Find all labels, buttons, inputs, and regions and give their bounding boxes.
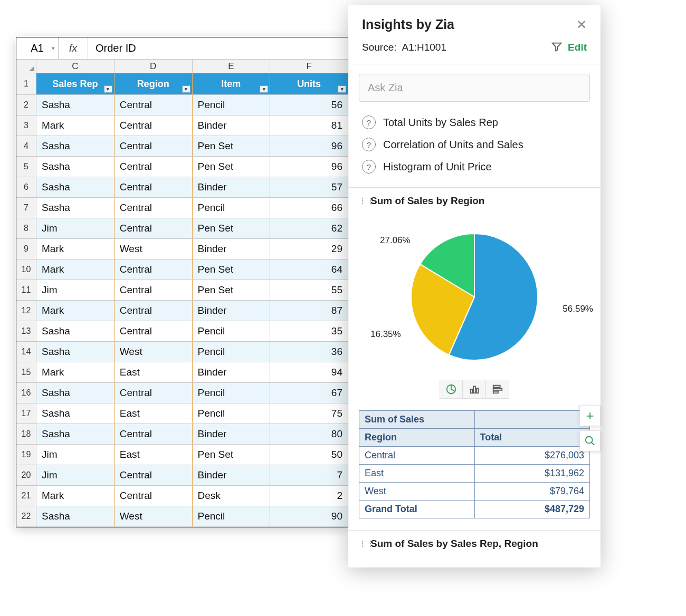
row-header[interactable]: 5: [16, 157, 36, 177]
header-region[interactable]: Region ▾: [115, 73, 193, 94]
drag-handle-icon[interactable]: ⋮⋮: [359, 197, 365, 205]
cell-region[interactable]: Central: [115, 486, 193, 506]
cell-region[interactable]: Central: [115, 301, 193, 321]
cell-units[interactable]: 62: [270, 218, 348, 238]
suggestion-item[interactable]: ? Total Units by Sales Rep: [362, 111, 587, 133]
cell-region[interactable]: Central: [115, 465, 193, 485]
cell-region[interactable]: West: [115, 342, 193, 362]
cell-region[interactable]: Central: [115, 177, 193, 197]
cell-region[interactable]: East: [115, 445, 193, 465]
cell-item[interactable]: Pencil: [193, 198, 271, 218]
cell-sales-rep[interactable]: Sasha: [36, 424, 115, 444]
col-header-c[interactable]: C: [36, 60, 115, 73]
cell-item[interactable]: Binder: [193, 362, 271, 382]
cell-units[interactable]: 7: [270, 465, 348, 485]
add-button[interactable]: +: [579, 405, 601, 426]
drag-handle-icon[interactable]: ⋮⋮: [359, 540, 365, 548]
row-header[interactable]: 4: [16, 136, 36, 156]
cell-item[interactable]: Binder: [193, 465, 271, 485]
cell-sales-rep[interactable]: Sasha: [36, 321, 115, 341]
cell-item[interactable]: Pencil: [193, 95, 271, 115]
cell-region[interactable]: Central: [115, 383, 193, 403]
cell-region[interactable]: Central: [115, 280, 193, 300]
filter-dropdown-icon[interactable]: ▾: [104, 85, 112, 93]
row-header[interactable]: 1: [16, 73, 36, 94]
cell-sales-rep[interactable]: Mark: [36, 116, 115, 136]
cell-item[interactable]: Binder: [193, 239, 271, 259]
pie-chart-button[interactable]: [440, 380, 463, 399]
header-units[interactable]: Units ▾: [270, 73, 348, 94]
cell-region[interactable]: Central: [115, 116, 193, 136]
row-header[interactable]: 21: [16, 486, 36, 506]
cell-units[interactable]: 57: [270, 177, 348, 197]
cell-region[interactable]: East: [115, 403, 193, 424]
cell-region[interactable]: Central: [115, 424, 193, 444]
row-header[interactable]: 12: [16, 301, 36, 321]
cell-units[interactable]: 75: [270, 403, 348, 424]
zoom-button[interactable]: [579, 430, 601, 451]
cell-item[interactable]: Pencil: [193, 342, 271, 362]
cell-sales-rep[interactable]: Jim: [36, 465, 115, 485]
row-header[interactable]: 9: [16, 239, 36, 259]
cell-sales-rep[interactable]: Sasha: [36, 136, 115, 156]
cell-item[interactable]: Pen Set: [193, 445, 271, 465]
filter-dropdown-icon[interactable]: ▾: [182, 85, 190, 93]
cell-region[interactable]: Central: [115, 95, 193, 115]
row-header[interactable]: 2: [16, 95, 36, 115]
row-header[interactable]: 15: [16, 362, 36, 382]
cell-units[interactable]: 56: [270, 95, 348, 115]
cell-units[interactable]: 64: [270, 259, 348, 280]
cell-item[interactable]: Pen Set: [193, 218, 271, 238]
cell-sales-rep[interactable]: Sasha: [36, 342, 115, 362]
cell-sales-rep[interactable]: Sasha: [36, 95, 115, 115]
cell-sales-rep[interactable]: Mark: [36, 486, 115, 506]
cell-region[interactable]: Central: [115, 259, 193, 280]
row-header[interactable]: 8: [16, 218, 36, 238]
hbar-chart-button[interactable]: [486, 380, 509, 399]
row-header[interactable]: 6: [16, 177, 36, 197]
row-header[interactable]: 7: [16, 198, 36, 218]
row-header[interactable]: 13: [16, 321, 36, 341]
cell-sales-rep[interactable]: Jim: [36, 218, 115, 238]
ask-zia-input[interactable]: Ask Zia: [359, 74, 590, 102]
cell-sales-rep[interactable]: Mark: [36, 362, 115, 382]
cell-units[interactable]: 2: [270, 486, 348, 506]
cell-region[interactable]: Central: [115, 218, 193, 238]
cell-sales-rep[interactable]: Mark: [36, 259, 115, 280]
row-header[interactable]: 18: [16, 424, 36, 444]
cell-sales-rep[interactable]: Sasha: [36, 177, 115, 197]
filter-dropdown-icon[interactable]: ▾: [260, 85, 268, 93]
bar-chart-button[interactable]: [463, 380, 486, 399]
cell-units[interactable]: 36: [270, 342, 348, 362]
select-all-corner[interactable]: [16, 60, 36, 73]
cell-units[interactable]: 50: [270, 445, 348, 465]
row-header[interactable]: 10: [16, 259, 36, 280]
cell-item[interactable]: Binder: [193, 116, 271, 136]
cell-item[interactable]: Binder: [193, 301, 271, 321]
cell-units[interactable]: 66: [270, 198, 348, 218]
cell-item[interactable]: Pen Set: [193, 259, 271, 280]
cell-units[interactable]: 29: [270, 239, 348, 259]
cell-item[interactable]: Desk: [193, 486, 271, 506]
cell-units[interactable]: 35: [270, 321, 348, 341]
col-header-f[interactable]: F: [270, 60, 348, 73]
cell-region[interactable]: East: [115, 362, 193, 382]
cell-item[interactable]: Pen Set: [193, 157, 271, 177]
row-header[interactable]: 22: [16, 506, 36, 526]
row-header[interactable]: 20: [16, 465, 36, 485]
cell-region[interactable]: West: [115, 506, 193, 526]
col-header-e[interactable]: E: [193, 60, 271, 73]
cell-sales-rep[interactable]: Jim: [36, 280, 115, 300]
cell-item[interactable]: Binder: [193, 177, 271, 197]
cell-item[interactable]: Binder: [193, 424, 271, 444]
cell-units[interactable]: 67: [270, 383, 348, 403]
cell-region[interactable]: West: [115, 239, 193, 259]
cell-units[interactable]: 55: [270, 280, 348, 300]
cell-units[interactable]: 96: [270, 136, 348, 156]
cell-units[interactable]: 87: [270, 301, 348, 321]
cell-item[interactable]: Pencil: [193, 321, 271, 341]
row-header[interactable]: 17: [16, 403, 36, 424]
header-item[interactable]: Item ▾: [193, 73, 271, 94]
filter-icon[interactable]: [551, 41, 563, 54]
cell-units[interactable]: 80: [270, 424, 348, 444]
